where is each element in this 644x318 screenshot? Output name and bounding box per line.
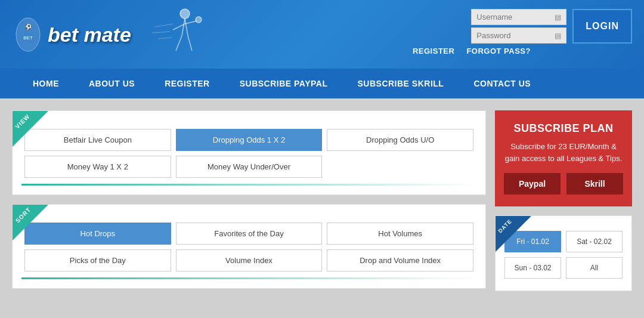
register-row: REGISTER FORGOT PASS? bbox=[413, 47, 531, 55]
username-input[interactable] bbox=[476, 13, 554, 21]
subscribe-title: SUBSCRIBE PLAN bbox=[504, 122, 623, 135]
subscribe-buttons: Paypal Skrill bbox=[504, 173, 623, 194]
forgot-pass-link[interactable]: FORGOT PASS? bbox=[466, 47, 531, 55]
left-panels: VIEW Betfair Live Coupon Dropping Odds 1… bbox=[12, 110, 486, 291]
user-icon: ▤ bbox=[555, 13, 561, 21]
player-illustration bbox=[149, 3, 221, 65]
date-panel: DATE Fri - 01.02 Sat - 02.02 Sun - 03.02… bbox=[495, 215, 632, 291]
svg-line-4 bbox=[182, 18, 185, 36]
btn-hot-volumes[interactable]: Hot Volumes bbox=[327, 223, 473, 245]
btn-sun[interactable]: Sun - 03.02 bbox=[504, 257, 561, 279]
svg-line-9 bbox=[185, 21, 197, 24]
btn-drop-volume[interactable]: Drop and Volume Index bbox=[327, 249, 473, 271]
paypal-button[interactable]: Paypal bbox=[504, 173, 561, 194]
login-button[interactable]: LOGIN bbox=[572, 9, 632, 44]
sort-badge: SORT bbox=[13, 205, 48, 240]
btn-money-uo[interactable]: Money Way Under/Over bbox=[176, 156, 323, 178]
nav-item-register[interactable]: REGISTER bbox=[150, 69, 225, 98]
btn-picks[interactable]: Picks of the Day bbox=[24, 249, 171, 271]
nav-item-contact[interactable]: CONTACT US bbox=[459, 69, 546, 98]
logo-icon: ⚽ BET bbox=[12, 11, 45, 58]
main-content: VIEW Betfair Live Coupon Dropping Odds 1… bbox=[0, 98, 644, 303]
svg-line-12 bbox=[152, 32, 170, 33]
btn-volume-index[interactable]: Volume Index bbox=[176, 249, 323, 271]
subscribe-text: Subscribe for 23 EUR/Month & gain access… bbox=[504, 141, 623, 164]
password-input-wrapper[interactable]: ▤ bbox=[471, 27, 566, 44]
svg-line-6 bbox=[176, 36, 182, 51]
logo-text: bet mate bbox=[48, 24, 131, 45]
header-right: ▤ ▤ LOGIN REGISTER FORGOT PASS? bbox=[413, 9, 632, 55]
nav-item-about[interactable]: ABOUT US bbox=[74, 69, 150, 98]
username-input-wrapper[interactable]: ▤ bbox=[471, 9, 566, 25]
logo-line1: bet bbox=[48, 23, 78, 46]
btn-all[interactable]: All bbox=[566, 257, 623, 279]
logo-line2: mate bbox=[83, 23, 131, 46]
register-link[interactable]: REGISTER bbox=[413, 47, 454, 55]
svg-point-10 bbox=[196, 17, 202, 23]
nav-item-subscribe-skrill[interactable]: SUBSCRIBE SKRILL bbox=[342, 69, 459, 98]
view-panel: VIEW Betfair Live Coupon Dropping Odds 1… bbox=[12, 110, 486, 195]
btn-sat[interactable]: Sat - 02.02 bbox=[566, 231, 623, 252]
logo-area: ⚽ BET bet mate bbox=[12, 11, 131, 58]
btn-favorites[interactable]: Favorites of the Day bbox=[176, 223, 323, 245]
main-nav: HOME ABOUT US REGISTER SUBSCRIBE PAYPAL … bbox=[0, 69, 644, 98]
nav-item-home[interactable]: HOME bbox=[18, 69, 74, 98]
btn-dropping-1x2[interactable]: Dropping Odds 1 X 2 bbox=[176, 129, 323, 151]
nav-item-subscribe-paypal[interactable]: SUBSCRIBE PAYPAL bbox=[225, 69, 343, 98]
sort-panel-line bbox=[21, 277, 476, 279]
svg-line-11 bbox=[155, 24, 173, 27]
svg-point-0 bbox=[16, 18, 40, 51]
login-row: ▤ ▤ LOGIN bbox=[471, 9, 632, 44]
skrill-button[interactable]: Skrill bbox=[566, 173, 623, 194]
right-panels: SUBSCRIBE PLAN Subscribe for 23 EUR/Mont… bbox=[495, 110, 632, 291]
btn-dropping-uo[interactable]: Dropping Odds U/O bbox=[327, 129, 473, 151]
password-input[interactable] bbox=[476, 31, 554, 40]
date-badge: DATE bbox=[496, 216, 531, 252]
sort-panel: SORT Hot Drops Favorites of the Day Hot … bbox=[12, 204, 486, 289]
view-panel-line bbox=[21, 184, 476, 186]
view-badge: VIEW bbox=[13, 111, 48, 147]
svg-line-7 bbox=[188, 36, 192, 51]
header: ⚽ BET bet mate bbox=[0, 0, 644, 69]
subscribe-panel: SUBSCRIBE PLAN Subscribe for 23 EUR/Mont… bbox=[495, 110, 632, 206]
btn-money-1x2[interactable]: Money Way 1 X 2 bbox=[24, 156, 171, 178]
svg-text:BET: BET bbox=[23, 35, 33, 41]
credentials-group: ▤ ▤ bbox=[471, 9, 566, 44]
svg-line-13 bbox=[158, 38, 172, 39]
svg-text:⚽: ⚽ bbox=[25, 23, 32, 30]
svg-line-5 bbox=[185, 18, 188, 36]
svg-point-3 bbox=[180, 9, 190, 18]
lock-icon: ▤ bbox=[555, 32, 561, 40]
